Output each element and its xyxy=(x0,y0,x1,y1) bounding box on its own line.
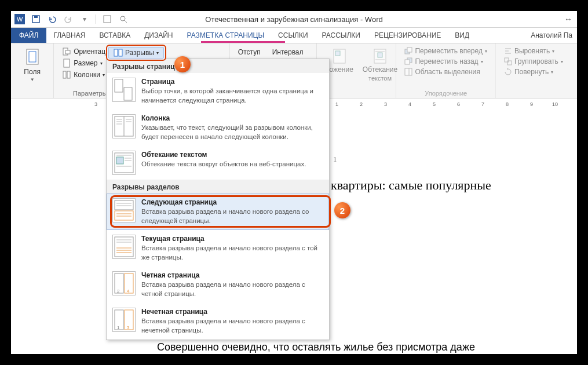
chevron-down-icon: ▾ xyxy=(481,59,483,64)
review-tab[interactable]: РЕЦЕНЗИРОВАНИЕ xyxy=(367,28,448,43)
home-tab[interactable]: ГЛАВНАЯ xyxy=(46,28,92,43)
callout-1: 1 xyxy=(174,56,191,72)
bring-forward-button[interactable]: Переместить вперед▾ xyxy=(401,46,491,56)
svg-rect-3 xyxy=(34,16,38,18)
svg-text:1: 1 xyxy=(117,325,120,330)
dropdown-section-page-breaks: Разрывы страниц xyxy=(107,59,329,73)
svg-rect-48 xyxy=(115,200,133,210)
bring-forward-icon xyxy=(404,47,412,55)
svg-rect-30 xyxy=(507,61,512,65)
svg-rect-43 xyxy=(116,157,123,164)
group-button[interactable]: Группировать▾ xyxy=(501,56,572,67)
wrap-text-icon xyxy=(372,48,388,64)
word-app-icon: W xyxy=(14,14,25,24)
svg-rect-21 xyxy=(407,48,412,52)
chevron-down-icon: ▾ xyxy=(485,49,487,54)
text-wrapping-icon xyxy=(112,151,136,175)
odd-page-section-icon: 13 xyxy=(112,308,136,332)
chevron-down-icon[interactable]: ▾ xyxy=(79,14,90,24)
rotate-button[interactable]: Повернуть▾ xyxy=(501,67,572,77)
design-tab[interactable]: ДИЗАЙН xyxy=(137,28,180,43)
svg-text:4: 4 xyxy=(127,289,130,294)
align-icon xyxy=(504,47,512,55)
breaks-label: Разрывы xyxy=(125,49,154,57)
svg-rect-24 xyxy=(405,68,412,75)
selection-pane-button[interactable]: Область выделения xyxy=(401,67,491,77)
menu-item-page[interactable]: Страница Выбор точки, в которой заканчив… xyxy=(107,73,329,110)
column-break-icon xyxy=(112,114,136,138)
body-text-line: Совершенно очевидно, что оставлять жилье… xyxy=(157,341,475,353)
svg-rect-31 xyxy=(114,49,118,56)
touch-mode-icon[interactable] xyxy=(102,14,112,24)
svg-rect-33 xyxy=(115,79,123,92)
menu-item-continuous[interactable]: Текущая страница Вставка разрыва раздела… xyxy=(107,230,329,267)
position-icon xyxy=(331,48,348,64)
menu-item-next-page[interactable]: Следующая страница Вставка разрыва разде… xyxy=(107,194,329,230)
quick-access-toolbar: W ▾ xyxy=(11,14,129,24)
svg-text:3: 3 xyxy=(127,325,130,330)
menu-item-odd-page[interactable]: 13 Нечетная страница Вставка разрыва раз… xyxy=(107,303,329,340)
ribbon-tabs: ФАЙЛ ГЛАВНАЯ ВСТАВКА ДИЗАЙН РАЗМЕТКА СТР… xyxy=(11,28,577,43)
arrange-group-label: Упорядочение xyxy=(401,90,491,97)
chevron-down-icon: ▾ xyxy=(156,50,159,56)
indent-label: Отступ xyxy=(238,48,261,56)
file-tab[interactable]: ФАЙЛ xyxy=(11,28,46,43)
svg-rect-12 xyxy=(63,71,66,78)
menu-item-column[interactable]: Колонка Указывает, что текст, следующий … xyxy=(107,110,329,146)
even-page-section-icon: 24 xyxy=(112,271,136,295)
svg-rect-4 xyxy=(104,16,111,23)
orientation-icon xyxy=(62,47,71,56)
svg-rect-15 xyxy=(335,51,340,56)
undo-icon[interactable] xyxy=(47,14,57,24)
continuous-section-icon xyxy=(112,235,136,259)
rotate-icon xyxy=(504,68,512,76)
wrap-text-button[interactable]: Обтекание текстом xyxy=(359,46,401,84)
user-name[interactable]: Анатолий Па xyxy=(531,31,572,39)
svg-rect-34 xyxy=(124,87,132,100)
breaks-icon xyxy=(114,49,123,57)
callout-2: 2 xyxy=(334,202,350,218)
view-tab[interactable]: ВИД xyxy=(448,28,476,43)
breaks-dropdown: Разрывы страниц Страница Выбор точки, в … xyxy=(106,59,330,340)
svg-point-5 xyxy=(120,16,125,21)
margins-icon xyxy=(24,48,41,67)
separator xyxy=(96,14,96,24)
spacing-label: Интервал xyxy=(272,48,304,56)
redo-icon[interactable] xyxy=(63,14,74,24)
svg-text:2: 2 xyxy=(117,289,120,294)
selection-pane-icon xyxy=(404,68,412,76)
ribbon-help-icon[interactable]: ↔ xyxy=(564,14,572,24)
next-page-section-icon xyxy=(112,198,136,222)
svg-rect-32 xyxy=(119,49,122,56)
chevron-down-icon: ▾ xyxy=(100,61,103,66)
page-break-icon xyxy=(112,78,136,102)
svg-rect-23 xyxy=(405,60,410,64)
save-icon[interactable] xyxy=(31,14,41,24)
svg-rect-13 xyxy=(67,71,70,78)
svg-text:W: W xyxy=(17,16,23,23)
menu-item-even-page[interactable]: 24 Четная страница Вставка разрыва разде… xyxy=(107,267,329,303)
heading-fragment: квартиры: самые популярные xyxy=(331,178,491,193)
chevron-down-icon: ▾ xyxy=(561,59,563,64)
active-tab-underline xyxy=(201,41,285,43)
preview-icon[interactable] xyxy=(118,14,129,24)
margins-button[interactable]: Поля ▼ xyxy=(16,46,49,85)
title-bar: W ▾ Отечественная и зарубежная сигнализа… xyxy=(11,11,577,28)
columns-icon xyxy=(62,70,71,79)
chevron-down-icon: ▾ xyxy=(552,49,554,54)
mailings-tab[interactable]: РАССЫЛКИ xyxy=(315,28,367,43)
chevron-down-icon: ▾ xyxy=(103,72,105,78)
svg-rect-49 xyxy=(115,211,133,220)
page-field-indicator: 1 xyxy=(333,155,337,164)
page-size-icon xyxy=(62,59,71,68)
menu-item-text-wrapping[interactable]: Обтекание текстом Обтекание текста вокру… xyxy=(107,146,329,180)
insert-tab[interactable]: ВСТАВКА xyxy=(92,28,137,43)
breaks-button[interactable]: Разрывы ▾ xyxy=(106,45,166,61)
send-backward-button[interactable]: Переместить назад▾ xyxy=(401,56,491,67)
group-icon xyxy=(504,57,512,65)
send-backward-icon xyxy=(404,57,412,65)
svg-line-6 xyxy=(125,20,127,23)
align-button[interactable]: Выровнять▾ xyxy=(501,46,572,56)
chevron-down-icon: ▾ xyxy=(551,70,553,75)
svg-rect-29 xyxy=(505,58,509,62)
